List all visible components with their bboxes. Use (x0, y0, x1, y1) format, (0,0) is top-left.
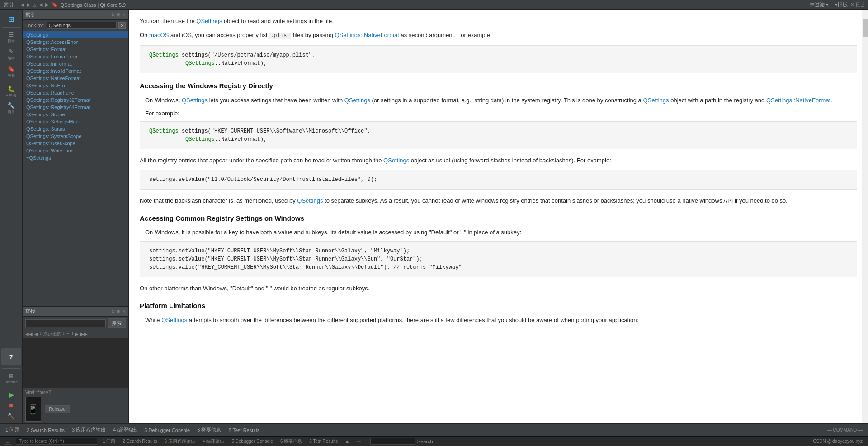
index-tile-btn[interactable]: ⊞ (117, 12, 120, 17)
sidebar-icon-grid[interactable]: ⊞ (1, 12, 21, 26)
link-native-format-2[interactable]: QSettings::NativeFormat (766, 97, 830, 104)
bottom-tab-compile[interactable]: 4 编译输出 (109, 426, 141, 434)
status-tab-1[interactable]: 1 问题 (101, 438, 117, 445)
sidebar-icon-release[interactable]: 🖥 Release (1, 370, 21, 387)
index-title: 索引 (25, 11, 35, 18)
status-tab-2[interactable]: 2 Search Results (121, 439, 159, 444)
code-block-2: QSettings settings("HKEY_CURRENT_USER\\S… (140, 121, 857, 149)
link-qsettings-5[interactable]: QSettings (383, 157, 409, 164)
section3-para1: While QSettings attempts to smooth over … (145, 315, 857, 325)
code2-rest1: settings("HKEY_CURRENT_USER\\Software\\M… (179, 128, 371, 134)
index-item-no-error[interactable]: QSettings::NoError (23, 82, 128, 89)
index-item-ini-format[interactable]: QSettings::IniFormat (23, 60, 128, 67)
link-qsettings-1[interactable]: QSettings (196, 18, 222, 24)
branding-label: CSDN @xiaoyaoyou.xyz (813, 439, 863, 444)
link-macos[interactable]: macOS (149, 32, 169, 38)
link-qsettings-6[interactable]: QSettings (297, 197, 323, 204)
bookmark-btn[interactable]: 🔖 (52, 2, 58, 8)
search-prev2-btn[interactable]: ◀ (34, 332, 38, 337)
layout-label: ▾旧版 (835, 1, 848, 8)
back-btn2[interactable]: ◀ (39, 2, 42, 8)
search-close-btn[interactable]: ✕ (122, 309, 126, 314)
bottom-tab-debugger[interactable]: 5 Debugger Console (141, 427, 193, 434)
sidebar-icon-debug[interactable]: 🐛 Debug (1, 82, 21, 100)
search-next-btn[interactable]: ▶ (75, 332, 79, 337)
index-item-settings-map[interactable]: QSettings::SettingsMap (23, 118, 128, 125)
index-item-format[interactable]: QSettings::Format (23, 46, 128, 53)
sidebar-icon-help[interactable]: ? (1, 348, 21, 365)
status-tab-6[interactable]: 6 概要信息 (278, 438, 304, 445)
index-close-btn[interactable]: ✕ (122, 12, 126, 17)
search-text-input[interactable] (25, 319, 106, 327)
close-layout-btn[interactable]: ✕旧版 (850, 1, 864, 8)
bottom-tab-problems[interactable]: 1 问题 (2, 426, 23, 434)
index-item-destructor[interactable]: ~QSettings (23, 154, 128, 161)
search-next2-btn[interactable]: ▶▶ (80, 332, 88, 337)
debug-label: Debug (6, 93, 17, 97)
search-tile-btn[interactable]: ⊞ (117, 309, 120, 314)
code1-rest2: ::NativeFormat); (215, 60, 267, 66)
index-search-input[interactable] (47, 22, 117, 29)
scrollbar-thumb[interactable] (863, 19, 868, 37)
link-native-format-1[interactable]: QSettings::NativeFormat (335, 32, 399, 38)
status-tab-8[interactable]: 8 Test Results (307, 439, 340, 444)
bottom-tab-test[interactable]: 8 Test Results (225, 427, 263, 434)
index-item-write-func[interactable]: QSettings::WriteFunc (23, 147, 128, 154)
status-tab-4[interactable]: 4 编译输出 (201, 438, 226, 445)
index-item-registry64[interactable]: QSettings::Registry64Format (23, 104, 128, 111)
index-item-registry32[interactable]: QSettings::Registry32Format (23, 96, 128, 104)
status-tab-5[interactable]: 5 Debugger Console (230, 439, 275, 444)
search-refresh-btn[interactable]: ↻ (111, 309, 115, 314)
index-item-format-error[interactable]: QSettings::FormatError (23, 53, 128, 60)
sidebar-hammer-btn[interactable]: 🔨 (1, 411, 21, 422)
index-item-native-format[interactable]: QSettings::NativeFormat (23, 75, 128, 82)
search-submit-btn[interactable]: 搜索 (108, 318, 126, 328)
content-para1: You can then use the QSettings object to… (140, 16, 857, 26)
search-panel: 查找 ↻ ⊞ ✕ 搜索 ◀◀ ◀ 0 次点击的 0 − 0 ▶ ▶▶ (23, 306, 128, 388)
index-item-scope[interactable]: QSettings::Scope (23, 111, 128, 118)
index-item-read-func[interactable]: QSettings::ReadFunc (23, 89, 128, 96)
sidebar-icon-tools[interactable]: 🔧 项目 (1, 100, 21, 117)
search-preview-area (23, 338, 128, 388)
index-refresh-btn[interactable]: ↻ (111, 12, 115, 17)
release-device-btn[interactable]: Release (45, 405, 70, 413)
code2-rest2: ::NativeFormat); (215, 136, 267, 142)
sidebar-stop-btn[interactable]: ■ (1, 400, 21, 411)
nav-forward-btn[interactable]: ▶ (27, 2, 30, 8)
index-item-invalid-format[interactable]: QSettings::InvalidFormat (23, 67, 128, 75)
link-qsettings-4[interactable]: QSettings (643, 97, 669, 104)
bottom-tab-general[interactable]: 6 概要信息 (193, 426, 225, 434)
status-separator: — (355, 439, 363, 444)
index-item-access-error[interactable]: QSettings::AccessError (23, 38, 128, 46)
locate-input[interactable] (16, 438, 97, 445)
sidebar-run-btn[interactable]: ▶ (1, 389, 21, 400)
sidebar-icon-edit[interactable]: ✎ 编辑 (1, 46, 21, 63)
index-item-system-scope[interactable]: QSettings::SystemScope (23, 133, 128, 140)
forward-btn2[interactable]: ▶ (45, 2, 49, 8)
bottom-search-input[interactable] (370, 438, 415, 445)
page-title: QSettings Class | Qt Core 5.9 (61, 2, 126, 8)
bottom-tab-app-output[interactable]: 3 应用程序输出 (68, 426, 109, 434)
status-tab-3[interactable]: 3 应用程序输出 (163, 438, 197, 445)
index-search-clear-btn[interactable]: ✕ (118, 22, 126, 29)
index-item-user-scope[interactable]: QSettings::UserScope (23, 140, 128, 147)
status-arrow-up[interactable]: ▲ (343, 439, 351, 444)
sidebar-icon-bookmark[interactable]: 🔖 书签 (1, 63, 21, 80)
search-nav-row: ◀◀ ◀ 0 次点击的 0 − 0 ▶ ▶▶ (23, 330, 128, 338)
index-search-row: Look for: ✕ (23, 20, 128, 31)
search-prev-btn[interactable]: ◀◀ (25, 332, 33, 337)
section1-para1: On Windows, QSettings lets you access se… (145, 95, 857, 105)
section2-para2: On other platforms than Windows, "Defaul… (140, 284, 857, 293)
index-item-status[interactable]: QSettings::Status (23, 125, 128, 133)
sidebar-divider3 (2, 368, 20, 369)
screen-icon: 📱 (28, 404, 39, 415)
link-qsettings-7[interactable]: QSettings (161, 317, 187, 323)
link-qsettings-2[interactable]: QSettings (182, 97, 208, 104)
nav-back-btn[interactable]: ◀ (20, 2, 24, 8)
home-btn[interactable]: ⌂ (33, 2, 36, 8)
bottom-tab-search-results[interactable]: 2 Search Results (23, 427, 68, 434)
sidebar-icon-contents[interactable]: ☰ 目录 (1, 28, 21, 46)
link-qsettings-3[interactable]: QSettings (344, 97, 370, 104)
index-item-qsettings[interactable]: QSettings (23, 31, 128, 38)
scrollbar[interactable] (862, 10, 868, 423)
